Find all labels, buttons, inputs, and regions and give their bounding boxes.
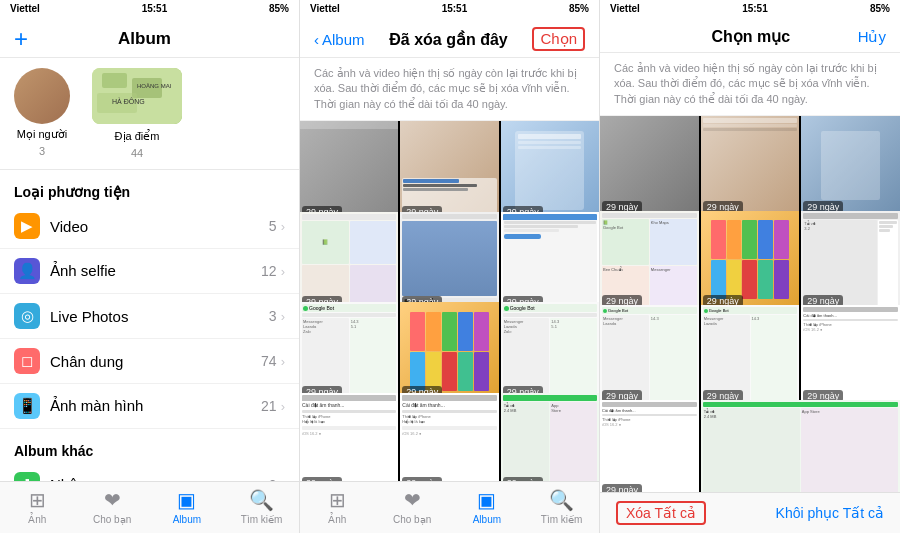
add-album-button[interactable]: + [14, 27, 28, 51]
tab-search-1[interactable]: 🔍 Tìm kiếm [224, 488, 299, 525]
chevron-icon-5: › [281, 399, 285, 414]
photo-cell[interactable]: 29 ngày [300, 121, 398, 219]
time-2: 15:51 [442, 3, 468, 14]
tab-search-2[interactable]: 🔍 Tìm kiếm [524, 488, 599, 525]
places-item[interactable]: HÀ ĐÔNG HOÀNG MAI Địa điểm 44 [92, 68, 182, 159]
photos-tab-label: Ảnh [28, 514, 46, 525]
svg-text:HÀ ĐÔNG: HÀ ĐÔNG [112, 97, 145, 105]
selfie-label: Ảnh selfie [50, 262, 261, 280]
cancel-button[interactable]: Hủy [858, 28, 886, 46]
select-title: Chọn mục [711, 27, 790, 46]
portrait-label: Chân dung [50, 353, 261, 370]
select-photo-cell[interactable]: Tải về3.2 29 ngày [801, 211, 900, 310]
photo-cell[interactable]: Cài đặt âm thanh... Thiết lập iPhone Hợp… [300, 393, 398, 481]
select-info-text: Các ảnh và video hiện thị số ngày còn lạ… [600, 53, 900, 116]
select-photo-cell[interactable]: Tải về2.4 MB App Store 29 ngày [701, 400, 900, 492]
tab-foryou-1[interactable]: ❤ Cho bạn [75, 488, 150, 525]
places-label: Địa điểm [115, 130, 160, 143]
my-people-item[interactable]: Mọi người 3 [14, 68, 70, 159]
select-photo-cell[interactable]: Google Bot MessengerLazada 14.3 29 ngày [600, 305, 699, 404]
tab-bar-2: ⊞ Ảnh ❤ Cho bạn ▣ Album 🔍 Tìm kiếm [300, 481, 599, 533]
album-list-panel: Viettel 15:51 85% + Album Mọi người 3 [0, 0, 300, 533]
people-count: 3 [39, 145, 45, 157]
chevron-icon: › [281, 219, 285, 234]
foryou-tab-label-2: Cho bạn [393, 514, 431, 525]
selfie-icon: 👤 [14, 258, 40, 284]
select-photo-cell[interactable]: Google Bot MessengerLazada 14.3 29 ngày [701, 305, 800, 404]
photo-cell[interactable]: 29 ngày [501, 212, 599, 310]
list-item-screenshot[interactable]: 📱 Ảnh màn hình 21 › [0, 384, 299, 429]
photo-cell[interactable]: 29 ngày [400, 302, 498, 400]
tab-album-2[interactable]: ▣ Album [450, 488, 525, 525]
photo-cell[interactable]: Google Bot MessengerLazadaZalo 14.35.1 2… [501, 302, 599, 400]
photo-cell[interactable]: Tải về2.4 MB AppStore 29 ngày [501, 393, 599, 481]
selfie-count: 12 [261, 263, 277, 279]
foryou-tab-icon: ❤ [104, 488, 121, 512]
photo-cell[interactable]: 29 ngày [501, 121, 599, 219]
chevron-icon-3: › [281, 309, 285, 324]
deleted-header: ‹ Album Đã xóa gần đây Chọn [300, 17, 599, 58]
photos-tab-icon-2: ⊞ [329, 488, 346, 512]
search-tab-label-2: Tìm kiếm [541, 514, 583, 525]
photo-cell[interactable]: Google Bot MessengerLazadaZalo 14.35.1 2… [300, 302, 398, 400]
album-tab-label-2: Album [473, 514, 501, 525]
photo-cell[interactable]: 📗 29 ngày [300, 212, 398, 310]
days-badge: 29 ngày [503, 477, 543, 481]
video-count: 5 [269, 218, 277, 234]
delete-all-button[interactable]: Xóa Tất cả [616, 501, 706, 525]
screenshot-count: 21 [261, 398, 277, 414]
select-photo-cell[interactable]: Cài đặt âm thanh... Thiết lập iPhone iOS… [801, 305, 900, 404]
list-item-video[interactable]: ▶ Video 5 › [0, 204, 299, 249]
select-header: Chọn mục Hủy [600, 17, 900, 53]
photo-cell[interactable]: 📱 Bee Chuẩn 29 ngày [400, 212, 498, 310]
video-label: Video [50, 218, 269, 235]
select-photo-cell[interactable]: 29 ngày [701, 116, 800, 215]
album-tab-label: Album [173, 514, 201, 525]
deleted-info-text: Các ảnh và video hiện thị số ngày còn lạ… [300, 58, 599, 121]
select-button[interactable]: Chọn [532, 27, 585, 51]
tab-bar-1: ⊞ Ảnh ❤ Cho bạn ▣ Album 🔍 Tìm kiếm [0, 481, 299, 533]
svg-text:HOÀNG MAI: HOÀNG MAI [137, 83, 172, 89]
select-panel: Viettel 15:51 85% Chọn mục Hủy Các ảnh v… [600, 0, 900, 533]
photo-cell[interactable]: 29 ngày [400, 121, 498, 219]
screenshot-icon: 📱 [14, 393, 40, 419]
restore-all-button[interactable]: Khôi phục Tất cả [776, 505, 884, 521]
back-chevron-icon: ‹ [314, 31, 319, 48]
battery-3: 85% [870, 3, 890, 14]
select-photo-cell[interactable]: 29 ngày [801, 116, 900, 215]
tab-photos-2[interactable]: ⊞ Ảnh [300, 488, 375, 525]
select-photo-cell[interactable]: 29 ngày [600, 116, 699, 215]
select-photo-cell[interactable]: 📗Google Bot Kho Maps Bee Chuẩn Messenger… [600, 211, 699, 310]
screenshot-label: Ảnh màn hình [50, 397, 261, 415]
tab-album-1[interactable]: ▣ Album [150, 488, 225, 525]
back-button[interactable]: ‹ Album [314, 31, 365, 48]
video-icon: ▶ [14, 213, 40, 239]
search-tab-icon-2: 🔍 [549, 488, 574, 512]
back-label: Album [322, 31, 365, 48]
list-item-live[interactable]: ◎ Live Photos 3 › [0, 294, 299, 339]
tab-foryou-2[interactable]: ❤ Cho bạn [375, 488, 450, 525]
svg-rect-1 [102, 73, 127, 88]
import-icon: ⬇ [14, 472, 40, 481]
battery-2: 85% [569, 3, 589, 14]
media-types-header: Loại phương tiện [0, 170, 299, 204]
status-bar-2: Viettel 15:51 85% [300, 0, 599, 17]
select-photo-cell[interactable]: 29 ngày [701, 211, 800, 310]
photo-cell[interactable]: Cài đặt âm thanh... Thiết lập iPhone Hợp… [400, 393, 498, 481]
list-item-import[interactable]: ⬇ Nhập 0 › [0, 463, 299, 481]
live-label: Live Photos [50, 308, 269, 325]
list-item-portrait[interactable]: ◻ Chân dung 74 › [0, 339, 299, 384]
other-albums-header: Album khác [0, 429, 299, 463]
people-label: Mọi người [17, 128, 67, 141]
select-photo-cell[interactable]: Cài đặt âm thanh... Thiết lập iPhone iOS… [600, 400, 699, 492]
places-count: 44 [131, 147, 143, 159]
deleted-title: Đã xóa gần đây [389, 30, 507, 49]
list-item-selfie[interactable]: 👤 Ảnh selfie 12 › [0, 249, 299, 294]
search-tab-label: Tìm kiếm [241, 514, 283, 525]
tab-photos-1[interactable]: ⊞ Ảnh [0, 488, 75, 525]
portrait-icon: ◻ [14, 348, 40, 374]
time-1: 15:51 [142, 3, 168, 14]
bottom-action-bar: Xóa Tất cả Khôi phục Tất cả [600, 492, 900, 533]
battery-1: 85% [269, 3, 289, 14]
photos-tab-label-2: Ảnh [328, 514, 346, 525]
